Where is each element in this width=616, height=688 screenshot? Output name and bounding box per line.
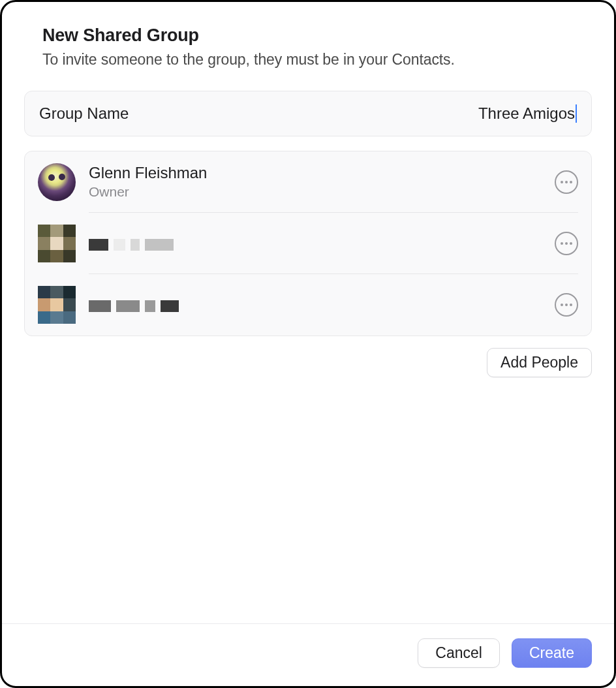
person-name-redacted (89, 300, 555, 312)
add-people-button[interactable]: Add People (487, 348, 592, 377)
person-info (89, 236, 555, 251)
dialog-footer: Cancel Create (2, 623, 614, 686)
group-name-field[interactable]: Group Name Three Amigos (24, 91, 592, 136)
ellipsis-icon (570, 304, 572, 306)
ellipsis-icon (561, 181, 563, 183)
avatar (38, 286, 76, 324)
create-button[interactable]: Create (512, 638, 592, 668)
ellipsis-icon (561, 242, 563, 245)
people-list: Glenn Fleishman Owner (24, 151, 592, 336)
person-info (89, 298, 555, 312)
ellipsis-icon (570, 181, 572, 183)
more-options-button[interactable] (555, 170, 578, 194)
person-role: Owner (89, 183, 555, 200)
list-item (25, 274, 591, 336)
ellipsis-icon (565, 242, 568, 245)
dialog-title: New Shared Group (42, 25, 592, 46)
person-info: Glenn Fleishman Owner (89, 163, 555, 200)
person-name-redacted (89, 239, 555, 251)
dialog-content: New Shared Group To invite someone to th… (2, 2, 614, 623)
avatar (38, 163, 76, 201)
ellipsis-icon (565, 181, 568, 183)
more-options-button[interactable] (555, 293, 578, 317)
new-shared-group-dialog: New Shared Group To invite someone to th… (0, 0, 616, 688)
ellipsis-icon (561, 304, 563, 306)
avatar (38, 225, 76, 262)
group-name-label: Group Name (39, 104, 129, 123)
group-name-input[interactable]: Three Amigos (478, 104, 575, 123)
cancel-button[interactable]: Cancel (418, 638, 500, 668)
list-item (25, 213, 591, 274)
ellipsis-icon (565, 304, 568, 306)
person-name: Glenn Fleishman (89, 163, 555, 183)
text-cursor (576, 104, 577, 123)
dialog-subtitle: To invite someone to the group, they mus… (42, 51, 592, 69)
more-options-button[interactable] (555, 232, 578, 255)
list-item: Glenn Fleishman Owner (25, 151, 591, 213)
ellipsis-icon (570, 242, 572, 245)
